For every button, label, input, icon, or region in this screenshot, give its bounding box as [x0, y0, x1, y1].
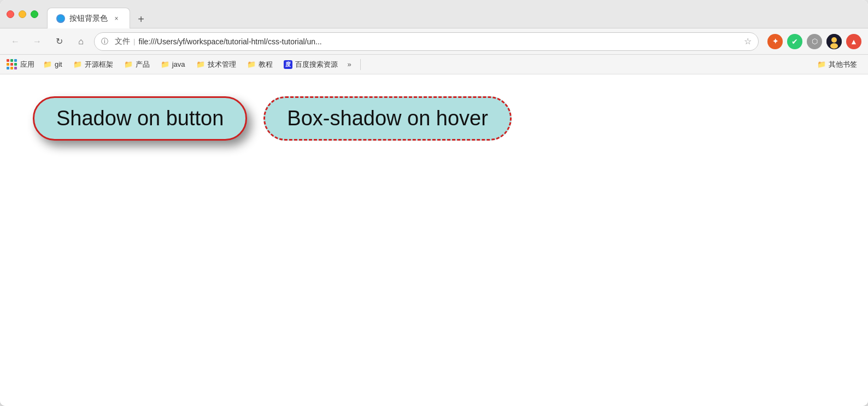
maximize-window-button[interactable] — [31, 10, 38, 18]
avatar-icon — [826, 34, 842, 49]
bookmark-star-icon[interactable]: ☆ — [744, 36, 752, 47]
page-content: Shadow on button Box-shadow on hover — [0, 74, 868, 406]
folder-icon: 📁 — [124, 60, 133, 68]
shadow-button-label: Shadow on button — [56, 107, 224, 130]
bookmark-label: 技术管理 — [208, 60, 236, 69]
bookmark-label: 教程 — [259, 60, 273, 69]
bookmark-other-label: 其他书签 — [829, 60, 857, 69]
extension-icons: ✦ ✔ ⬡ ▲ — [767, 34, 861, 49]
bookmark-opensource[interactable]: 📁 开源框架 — [69, 58, 118, 71]
bookmark-separator — [360, 59, 361, 70]
traffic-lights — [7, 10, 38, 18]
bookmark-label: 百度搜索资源 — [295, 60, 338, 69]
tab-close-button[interactable]: × — [112, 14, 121, 23]
nav-bar: ← → ↻ ⌂ ⓘ 文件 | file:///Users/yf/workspac… — [0, 28, 868, 55]
home-icon: ⌂ — [78, 37, 84, 47]
forward-icon: → — [33, 37, 42, 47]
hover-shadow-button[interactable]: Box-shadow on hover — [263, 96, 512, 141]
tabs-area: 🌐 按钮背景色 × + — [47, 0, 861, 28]
active-tab[interactable]: 🌐 按钮背景色 × — [47, 8, 130, 28]
bookmark-tutorial[interactable]: 📁 教程 — [243, 58, 277, 71]
tab-favicon: 🌐 — [56, 14, 65, 23]
apps-label: 应用 — [20, 60, 34, 69]
folder-icon: 📁 — [196, 60, 205, 68]
baidu-icon: 度 — [284, 60, 292, 69]
bookmark-git[interactable]: 📁 git — [39, 59, 67, 70]
folder-icon: 📁 — [817, 60, 826, 68]
browser-window: 🌐 按钮背景色 × + ← → ↻ ⌂ ⓘ 文件 | file:///Users… — [0, 0, 868, 406]
reload-button[interactable]: ↻ — [50, 33, 68, 50]
bookmark-label: 产品 — [136, 60, 150, 69]
ext-icon-2[interactable]: ✔ — [787, 34, 802, 49]
ext-icon-1[interactable]: ✦ — [767, 34, 783, 49]
protocol-label: 文件 — [115, 37, 130, 47]
bookmark-other[interactable]: 📁 其他书签 — [813, 58, 861, 71]
back-icon: ← — [11, 37, 20, 47]
home-button[interactable]: ⌂ — [72, 33, 90, 50]
url-text: file:///Users/yf/workspace/tutorial-html… — [138, 37, 741, 46]
apps-button[interactable]: 应用 — [7, 59, 34, 69]
bookmarks-more-button[interactable]: » — [344, 59, 355, 70]
address-bar[interactable]: ⓘ 文件 | file:///Users/yf/workspace/tutori… — [94, 32, 759, 51]
ext-icon-4[interactable] — [826, 34, 842, 49]
minimize-window-button[interactable] — [19, 10, 26, 18]
bookmark-product[interactable]: 📁 产品 — [120, 58, 154, 71]
title-bar: 🌐 按钮背景色 × + — [0, 0, 868, 28]
bookmark-baidu[interactable]: 度 百度搜索资源 — [279, 58, 342, 71]
svg-point-2 — [830, 43, 838, 49]
new-tab-button[interactable]: + — [132, 10, 150, 28]
tab-title: 按钮背景色 — [69, 14, 108, 24]
pipe-separator: | — [133, 37, 135, 45]
folder-icon: 📁 — [247, 60, 256, 68]
folder-icon: 📁 — [161, 60, 169, 68]
bookmark-java[interactable]: 📁 java — [156, 59, 190, 70]
bookmarks-bar: 应用 📁 git 📁 开源框架 📁 产品 📁 java 📁 技术管理 📁 教程 … — [0, 55, 868, 74]
info-icon: ⓘ — [101, 37, 108, 47]
forward-button[interactable]: → — [28, 33, 46, 50]
folder-icon: 📁 — [43, 60, 52, 68]
bookmark-tech[interactable]: 📁 技术管理 — [192, 58, 241, 71]
ext-icon-5[interactable]: ▲ — [846, 34, 861, 49]
close-window-button[interactable] — [7, 10, 14, 18]
hover-shadow-button-label: Box-shadow on hover — [287, 107, 488, 130]
bookmark-label: git — [55, 60, 62, 68]
reload-icon: ↻ — [56, 36, 63, 47]
bookmark-label: java — [172, 60, 185, 68]
svg-point-1 — [831, 37, 837, 43]
shadow-button[interactable]: Shadow on button — [33, 96, 247, 141]
back-button[interactable]: ← — [7, 33, 24, 50]
bookmark-label: 开源框架 — [85, 60, 113, 69]
ext-icon-3[interactable]: ⬡ — [807, 34, 822, 49]
folder-icon: 📁 — [73, 60, 82, 68]
